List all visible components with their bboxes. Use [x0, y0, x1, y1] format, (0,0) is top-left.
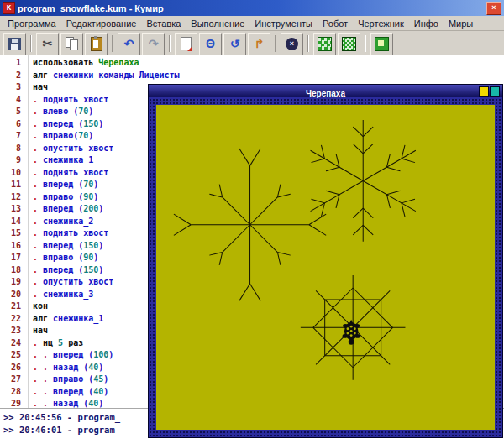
toolbar-separator [307, 35, 309, 52]
menu-item-worlds[interactable]: Миры [444, 18, 478, 29]
code-text: алг снежинки команды Лицеисты [33, 70, 180, 82]
toolbar-separator [365, 35, 366, 52]
code-text: . поднять хвост [33, 227, 108, 240]
code-text: . . вперед (100) [33, 349, 113, 362]
insert-loop-icon: ↺ [230, 38, 240, 50]
code-text: . влево (70) [33, 106, 93, 118]
menu-item-insert[interactable]: Вставка [141, 18, 186, 29]
undo-button[interactable]: ↶ [118, 33, 140, 55]
menu-item-run[interactable]: Выполнение [186, 18, 249, 29]
save-button[interactable] [3, 33, 26, 55]
code-text: . вправо(70) [33, 130, 93, 143]
insert-alg-button[interactable]: Θ [199, 33, 222, 55]
close-button[interactable]: × [486, 2, 501, 15]
code-text: . . вправо (45) [33, 373, 108, 386]
cut-button[interactable]: ✂ [36, 33, 59, 55]
menu-item-robot[interactable]: Робот [318, 18, 353, 29]
code-text: использовать Черепаха [33, 57, 139, 70]
insert-use-icon [181, 37, 192, 50]
insert-alg-icon: Θ [206, 38, 215, 50]
code-text: нач [33, 325, 48, 337]
code-text: . поднять хвост [33, 167, 108, 180]
code-text: . снежинка_1 [33, 154, 93, 167]
menu-item-info[interactable]: Инфо [409, 18, 444, 29]
turtle-field-icon [375, 37, 389, 51]
robot-field-icon [318, 37, 332, 51]
menu-item-edit[interactable]: Редактирование [61, 18, 142, 29]
robot-field-button[interactable] [313, 33, 336, 55]
code-text: кон [33, 300, 48, 313]
code-text: . вперед (150) [33, 240, 103, 253]
turtle-window-body [149, 97, 502, 437]
snowflake-2 [311, 120, 416, 242]
gutter-rule [28, 55, 29, 411]
code-line[interactable]: 1использовать Черепаха [0, 57, 504, 70]
code-text: . поднять хвост [33, 94, 108, 107]
stop-icon [286, 38, 298, 50]
turtle-minimize-button[interactable] [479, 86, 489, 97]
turtle-window: Черепаха [148, 84, 503, 438]
drawer-field-icon [342, 37, 356, 51]
turtle-canvas [156, 105, 495, 430]
code-text: . снежинка_3 [33, 289, 93, 301]
toolbar-separator [275, 35, 276, 52]
insert-branch-icon: ↱ [255, 38, 265, 50]
turtle-close-button[interactable] [490, 86, 500, 97]
toolbar-separator [112, 35, 113, 52]
paste-icon [91, 37, 102, 51]
copy-icon [65, 37, 79, 50]
code-text: . . назад (40) [33, 362, 103, 374]
redo-icon: ↷ [149, 38, 159, 50]
turtle-field-button[interactable] [370, 33, 393, 55]
app-icon[interactable]: К [3, 2, 15, 14]
insert-loop-button[interactable]: ↺ [223, 33, 246, 55]
code-text: . вправо (90) [33, 191, 98, 204]
menubar: Программа Редактирование Вставка Выполне… [0, 16, 504, 31]
insert-branch-button[interactable]: ↱ [248, 33, 270, 55]
menu-item-drawer[interactable]: Чертежник [353, 18, 409, 29]
toolbar-separator [30, 35, 32, 52]
code-text: . нц 5 раз [33, 337, 83, 350]
snowflake-1 [174, 149, 326, 300]
code-text: алг снежинка_1 [33, 313, 103, 326]
toolbar: ✂↶↷Θ↺↱ [0, 31, 504, 57]
cut-icon: ✂ [43, 38, 53, 50]
code-text: . вперед (150) [33, 118, 103, 131]
save-icon [8, 38, 21, 50]
insert-use-button[interactable] [175, 33, 197, 55]
code-text: . вперед (150) [33, 264, 103, 277]
turtle-canvas-svg [156, 105, 495, 430]
code-text: нач [33, 81, 48, 94]
code-text: . опустить хвост [33, 276, 113, 289]
titlebar[interactable]: К program_snowflake.kum - Кумир × [0, 0, 504, 16]
code-text: . вправо (90) [33, 252, 98, 264]
code-text: . вперед (200) [33, 203, 103, 216]
code-text: . вперед (70) [33, 179, 98, 191]
code-line[interactable]: 2алг снежинки команды Лицеисты [0, 70, 504, 82]
redo-button[interactable]: ↷ [142, 33, 165, 55]
menu-item-program[interactable]: Программа [3, 18, 61, 29]
undo-icon: ↶ [124, 38, 134, 50]
menu-item-tools[interactable]: Инструменты [249, 18, 318, 29]
toolbar-separator [169, 35, 171, 52]
stop-button[interactable] [281, 33, 303, 55]
window-title: program_snowflake.kum - Кумир [18, 3, 484, 13]
code-text: . . вперед (40) [33, 386, 108, 399]
copy-button[interactable] [60, 33, 83, 55]
code-text: . опустить хвост [33, 143, 113, 155]
drawer-field-button[interactable] [338, 33, 360, 55]
app-window: К program_snowflake.kum - Кумир × Програ… [0, 0, 504, 57]
turtle-titlebar[interactable]: Черепаха [149, 85, 502, 97]
code-text: . снежинка_2 [33, 216, 93, 228]
paste-button[interactable] [85, 33, 108, 55]
